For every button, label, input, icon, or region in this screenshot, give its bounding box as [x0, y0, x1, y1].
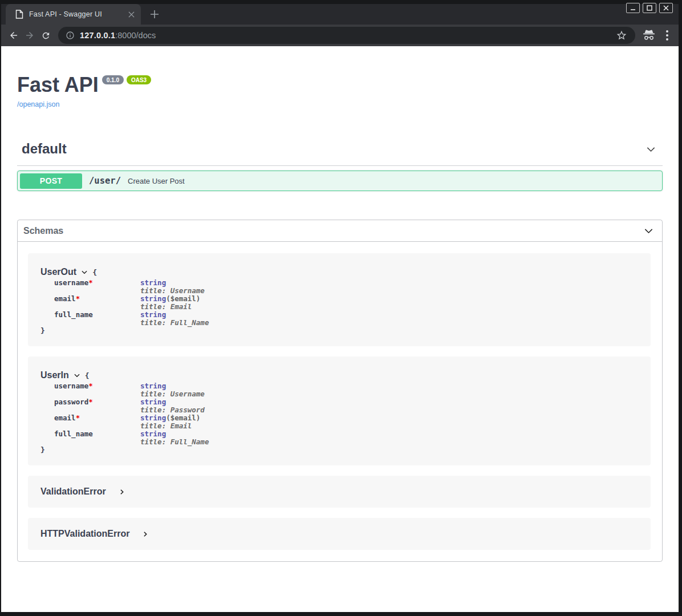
property-row: email* string($email)title: Email — [40, 295, 639, 311]
schemas-section: Schemas UserOut { — [17, 220, 663, 562]
page-title: Fast API — [17, 75, 99, 95]
operation-summary: Create User Post — [128, 177, 185, 185]
bookmark-star-icon[interactable] — [616, 30, 627, 41]
address-bar[interactable]: 127.0.0.1:8000/docs — [58, 27, 635, 44]
model-name: HTTPValidationError — [40, 529, 129, 539]
forward-button[interactable] — [22, 27, 38, 43]
tab-close-icon[interactable] — [126, 9, 136, 19]
prop-type: string — [140, 294, 166, 303]
prop-title: title: Password — [140, 406, 205, 414]
chevron-down-icon[interactable] — [80, 268, 88, 276]
menu-kebab-icon[interactable] — [666, 30, 668, 40]
required-star: * — [76, 294, 80, 303]
tag-header[interactable]: default — [17, 141, 663, 157]
tag-section-default: default POST /user/ Create User Post — [17, 141, 663, 191]
window-minimize-button[interactable] — [626, 3, 640, 13]
incognito-icon — [642, 29, 656, 42]
opblock-post-user[interactable]: POST /user/ Create User Post — [17, 171, 663, 191]
window-close-button[interactable] — [659, 3, 673, 13]
model-userout-header[interactable]: UserOut { — [40, 267, 639, 277]
prop-type: string — [140, 278, 166, 287]
prop-format: ($email) — [166, 294, 200, 303]
model-name: UserIn — [40, 370, 69, 380]
property-row: username* stringtitle: Username — [40, 279, 639, 295]
model-name: UserOut — [40, 267, 76, 277]
chevron-down-icon[interactable] — [645, 143, 657, 155]
required-star: * — [88, 278, 93, 287]
close-brace: } — [40, 327, 639, 335]
method-badge-post: POST — [20, 173, 82, 189]
url-text: 127.0.0.1:8000/docs — [80, 31, 156, 40]
prop-name: email — [54, 414, 76, 422]
required-star: * — [88, 398, 93, 406]
property-row: email* string($email)title: Email — [40, 414, 639, 430]
toolbar-right-icons — [642, 29, 673, 42]
oas3-badge: OAS3 — [127, 75, 151, 84]
prop-title: title: Email — [140, 422, 192, 430]
chevron-down-icon[interactable] — [73, 371, 81, 379]
prop-title: title: Full_Name — [140, 437, 209, 446]
prop-type: string — [140, 382, 166, 390]
reload-button[interactable] — [38, 27, 54, 43]
prop-name: username — [54, 278, 88, 287]
required-star: * — [76, 414, 80, 422]
model-userin: UserIn { username* stringtitle: Username — [28, 356, 651, 465]
page-content: Fast API 0.1.0 OAS3 /openapi.json defaul… — [1, 46, 679, 612]
property-row: password* stringtitle: Password — [40, 398, 639, 414]
prop-name: full_name — [54, 310, 93, 319]
new-tab-button[interactable] — [147, 6, 163, 22]
model-httpvalidationerror[interactable]: HTTPValidationError — [28, 518, 651, 550]
page-favicon-icon — [15, 10, 23, 19]
site-info-icon[interactable] — [66, 31, 75, 40]
required-star: * — [88, 382, 93, 390]
property-row: username* stringtitle: Username — [40, 382, 639, 398]
schemas-header[interactable]: Schemas — [18, 220, 662, 242]
browser-toolbar: 127.0.0.1:8000/docs — [1, 25, 679, 46]
prop-title: title: Email — [140, 302, 192, 311]
prop-title: title: Username — [140, 286, 205, 295]
window-maximize-button[interactable] — [643, 3, 656, 13]
tab-title: Fast API - Swagger UI — [29, 10, 120, 18]
api-info: Fast API 0.1.0 OAS3 /openapi.json — [17, 46, 663, 109]
close-brace: } — [40, 446, 639, 454]
prop-type: string — [140, 398, 166, 406]
model-userout: UserOut { username* stringtitle: Usernam… — [28, 253, 651, 346]
model-name: ValidationError — [40, 487, 106, 497]
tag-name: default — [22, 141, 67, 157]
tab-strip: Fast API - Swagger UI — [1, 0, 679, 25]
prop-format: ($email) — [166, 414, 200, 422]
url-host: 127.0.0.1 — [80, 31, 115, 40]
browser-tab[interactable]: Fast API - Swagger UI — [6, 4, 141, 25]
prop-name: email — [54, 294, 76, 303]
chevron-down-icon[interactable] — [643, 225, 655, 237]
property-row: full_name stringtitle: Full_Name — [40, 311, 639, 327]
open-brace: { — [85, 371, 90, 380]
property-row: full_name stringtitle: Full_Name — [40, 430, 639, 446]
prop-name: password — [54, 398, 88, 406]
chevron-right-icon[interactable] — [118, 488, 125, 496]
model-userin-header[interactable]: UserIn { — [40, 370, 639, 380]
version-badge: 0.1.0 — [102, 75, 124, 84]
back-button[interactable] — [6, 27, 22, 43]
browser-window: Fast API - Swagger UI — [0, 0, 682, 616]
open-brace: { — [92, 268, 97, 277]
schemas-title: Schemas — [23, 226, 63, 236]
prop-title: title: Full_Name — [140, 318, 209, 327]
window-controls — [626, 3, 673, 13]
model-validationerror[interactable]: ValidationError — [28, 476, 651, 508]
prop-type: string — [140, 429, 166, 438]
chevron-right-icon[interactable] — [141, 530, 149, 538]
url-path: :8000/docs — [115, 31, 156, 40]
operation-path: /user/ — [89, 176, 121, 186]
prop-type: string — [140, 310, 166, 319]
prop-name: full_name — [54, 429, 93, 438]
prop-name: username — [54, 382, 88, 390]
prop-type: string — [140, 414, 166, 422]
prop-title: title: Username — [140, 390, 205, 398]
openapi-spec-link[interactable]: /openapi.json — [17, 100, 59, 108]
tag-divider — [17, 165, 663, 166]
